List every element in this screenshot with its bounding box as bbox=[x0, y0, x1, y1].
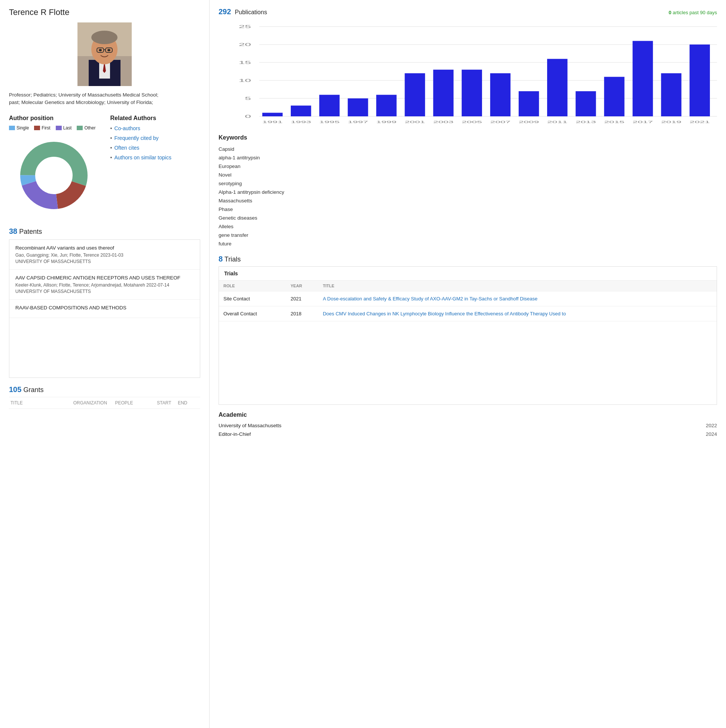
author-position-donut bbox=[13, 134, 95, 217]
similar-topics-link[interactable]: Authors on similar topics bbox=[114, 154, 172, 161]
patent-authors-1: Gao, Guangping; Xie, Jun; Flotte, Terenc… bbox=[15, 252, 194, 258]
trials-col-role: ROLE bbox=[219, 281, 286, 291]
keyword-item: Alleles bbox=[219, 222, 717, 231]
patent-item-1: Recombinant AAV variants and uses thereo… bbox=[9, 240, 200, 270]
svg-text:2001: 2001 bbox=[404, 120, 425, 124]
trials-box-title: Trials bbox=[219, 267, 717, 280]
grants-col-org: ORGANIZATION bbox=[74, 400, 115, 405]
author-bio: Professor; Pediatrics; University of Mas… bbox=[9, 91, 200, 107]
svg-rect-45 bbox=[490, 73, 510, 116]
academic-institution-1: University of Massachusetts bbox=[219, 423, 282, 428]
svg-text:1997: 1997 bbox=[348, 120, 368, 124]
svg-point-6 bbox=[91, 31, 118, 44]
trial-link-2[interactable]: Does CMV Induced Changes in NK Lymphocyt… bbox=[323, 311, 566, 317]
svg-rect-53 bbox=[604, 77, 624, 116]
svg-text:2013: 2013 bbox=[576, 120, 596, 124]
grants-label: Grants bbox=[23, 386, 43, 393]
patent-title-2: AAV CAPSID CHIMERIC ANTIGEN RECEPTORS AN… bbox=[15, 275, 194, 281]
svg-text:2021: 2021 bbox=[690, 120, 710, 124]
author-position-legend: Single First Last Other bbox=[9, 125, 99, 130]
svg-text:2009: 2009 bbox=[519, 120, 539, 124]
trials-count: 8 bbox=[219, 255, 223, 263]
patent-org-2: UNIVERSITY OF MASSACHUSETTS bbox=[15, 289, 194, 294]
svg-rect-39 bbox=[404, 73, 425, 116]
frequently-cited-link[interactable]: Frequently cited by bbox=[114, 135, 158, 141]
pub-count: 292 bbox=[219, 8, 231, 16]
grants-section: 105 Grants TITLE ORGANIZATION PEOPLE STA… bbox=[9, 385, 200, 409]
grants-col-end: END bbox=[178, 400, 199, 405]
keyword-item: Massachusetts bbox=[219, 196, 717, 205]
svg-rect-35 bbox=[348, 98, 368, 116]
svg-rect-29 bbox=[262, 113, 283, 116]
svg-rect-47 bbox=[519, 91, 539, 116]
svg-point-10 bbox=[99, 49, 102, 51]
svg-text:1999: 1999 bbox=[376, 120, 396, 124]
svg-rect-43 bbox=[462, 70, 482, 116]
keyword-item: Capsid bbox=[219, 145, 717, 153]
trials-col-year: YEAR bbox=[286, 281, 319, 291]
trial-link-1[interactable]: A Dose-escalation and Safety & Efficacy … bbox=[323, 296, 538, 301]
grants-count: 105 bbox=[9, 385, 21, 393]
svg-rect-49 bbox=[547, 59, 567, 116]
trial-title-2: Does CMV Induced Changes in NK Lymphocyt… bbox=[319, 306, 717, 321]
pub-label: Publications bbox=[234, 9, 267, 16]
academic-section: Academic University of Massachusetts 202… bbox=[219, 411, 717, 439]
academic-year-2: 2024 bbox=[706, 431, 717, 437]
keywords-list: Capsid alpha-1 antitrypsin European Nove… bbox=[219, 145, 717, 248]
patents-count: 38 bbox=[9, 227, 17, 235]
trials-table: ROLE YEAR TITLE Site Contact 2021 A Dose… bbox=[219, 280, 717, 321]
patents-label: Patents bbox=[19, 228, 42, 235]
svg-text:25: 25 bbox=[239, 24, 251, 29]
svg-rect-31 bbox=[291, 106, 311, 116]
patents-scroll[interactable]: Recombinant AAV variants and uses thereo… bbox=[9, 239, 200, 378]
trial-role-1: Site Contact bbox=[219, 291, 286, 306]
keyword-item: serotyping bbox=[219, 179, 717, 188]
keyword-item: Genetic diseases bbox=[219, 214, 717, 222]
keyword-item: Alpha-1 antitrypsin deficiency bbox=[219, 188, 717, 196]
keyword-item: European bbox=[219, 162, 717, 171]
svg-text:20: 20 bbox=[239, 42, 251, 47]
svg-rect-59 bbox=[690, 44, 710, 116]
patent-title-3: RAAV-BASED COMPOSITIONS AND METHODS bbox=[15, 305, 194, 310]
svg-text:2007: 2007 bbox=[490, 120, 510, 124]
svg-rect-33 bbox=[319, 95, 339, 116]
svg-text:1995: 1995 bbox=[319, 120, 339, 124]
grants-col-start: START bbox=[157, 400, 178, 405]
keyword-item: alpha-1 antitrypsin bbox=[219, 153, 717, 162]
svg-text:1993: 1993 bbox=[291, 120, 311, 124]
keyword-item: future bbox=[219, 239, 717, 248]
keywords-title: Keywords bbox=[219, 134, 717, 141]
trials-box[interactable]: Trials ROLE YEAR TITLE Site Contact 2021 bbox=[219, 266, 717, 405]
svg-text:10: 10 bbox=[239, 78, 251, 83]
svg-text:5: 5 bbox=[245, 96, 251, 101]
keywords-section: Keywords Capsid alpha-1 antitrypsin Euro… bbox=[219, 134, 717, 248]
academic-item-1: University of Massachusetts 2022 bbox=[219, 421, 717, 430]
svg-text:2003: 2003 bbox=[433, 120, 453, 124]
publications-header: 292 Publications 0 articles past 90 days bbox=[219, 8, 717, 16]
publications-chart: 25 20 15 10 5 0 1991 1993 bbox=[219, 19, 717, 128]
articles-90: 0 articles past 90 days bbox=[669, 10, 717, 15]
trials-col-title: TITLE bbox=[319, 281, 717, 291]
svg-text:2011: 2011 bbox=[547, 120, 567, 124]
svg-text:0: 0 bbox=[245, 114, 251, 119]
svg-text:2019: 2019 bbox=[661, 120, 681, 124]
svg-rect-41 bbox=[433, 70, 453, 116]
trial-row-1: Site Contact 2021 A Dose-escalation and … bbox=[219, 291, 717, 306]
author-name: Terence R Flotte bbox=[9, 8, 200, 17]
related-authors-list: Co-authors Frequently cited by Often cit… bbox=[110, 125, 201, 161]
svg-text:15: 15 bbox=[239, 60, 251, 65]
academic-institution-2: Editor-in-Chief bbox=[219, 431, 251, 437]
patents-section: 38 Patents Recombinant AAV variants and … bbox=[9, 227, 200, 378]
academic-item-2: Editor-in-Chief 2024 bbox=[219, 430, 717, 439]
keyword-item: Novel bbox=[219, 171, 717, 179]
coauthors-link[interactable]: Co-authors bbox=[114, 125, 140, 131]
related-authors-title: Related Authors bbox=[110, 115, 201, 122]
patent-item-2: AAV CAPSID CHIMERIC ANTIGEN RECEPTORS AN… bbox=[9, 270, 200, 300]
trials-label: Trials bbox=[225, 255, 240, 263]
often-cites-link[interactable]: Often cites bbox=[114, 145, 139, 151]
grants-col-title: TITLE bbox=[11, 400, 74, 405]
svg-rect-55 bbox=[633, 41, 652, 116]
trial-row-2: Overall Contact 2018 Does CMV Induced Ch… bbox=[219, 306, 717, 321]
grants-table-header: TITLE ORGANIZATION PEOPLE START END bbox=[9, 397, 200, 409]
svg-text:1991: 1991 bbox=[262, 120, 283, 124]
